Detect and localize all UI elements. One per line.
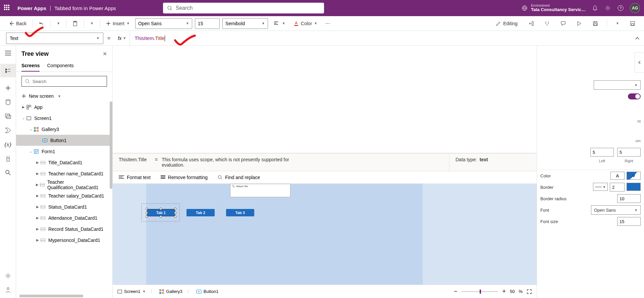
tree-item-app[interactable]: ▶ App xyxy=(16,101,112,113)
breadcrumb-screen[interactable]: Screen1▼ xyxy=(117,289,146,294)
tree-item-screen1[interactable]: ⌄ Screen1 xyxy=(16,113,112,124)
attach-file-field[interactable]: 📎 Attach file xyxy=(230,184,290,197)
save-button[interactable] xyxy=(590,19,601,28)
color-button[interactable]: A Color ▼ xyxy=(291,19,320,28)
undo-button[interactable] xyxy=(36,19,47,28)
paste-dropdown[interactable]: ▼ xyxy=(88,19,96,27)
padding-left-input[interactable] xyxy=(590,148,614,157)
environment-picker[interactable]: Environment Tata Consultancy Servic… xyxy=(522,4,586,12)
tree-search-input[interactable]: Search xyxy=(21,76,107,87)
publish-button[interactable] xyxy=(627,19,638,28)
paste-button[interactable] xyxy=(70,19,80,28)
save-dropdown[interactable]: ▼ xyxy=(613,19,622,27)
tree-view-icon[interactable] xyxy=(0,64,16,77)
tree-scrollbar[interactable] xyxy=(110,101,112,189)
collapse-formula-button[interactable] xyxy=(631,36,644,41)
tree-item-card8[interactable]: ▶Mypersoncol_DataCard1 xyxy=(16,235,112,246)
find-replace-button[interactable]: Find and replace xyxy=(218,175,260,180)
comments-button[interactable] xyxy=(558,19,569,28)
formula-expanded-area[interactable] xyxy=(113,46,537,153)
share-button[interactable] xyxy=(526,19,536,28)
hamburger-icon[interactable] xyxy=(5,50,11,56)
preview-button[interactable] xyxy=(574,19,585,28)
color-label: Color xyxy=(301,21,312,26)
variables-icon[interactable]: (x) xyxy=(5,141,11,148)
align-button[interactable]: ▼ xyxy=(271,19,288,28)
undo-dropdown[interactable]: ▼ xyxy=(54,19,63,27)
tree-item-card2[interactable]: ▶Teacher name_DataCard1 xyxy=(16,168,112,179)
formula-input[interactable]: ThisItem.Title xyxy=(130,31,631,45)
font-weight-dropdown[interactable]: Semibold▼ xyxy=(222,18,268,29)
tree-item-card5[interactable]: ▶Status_DataCard1 xyxy=(16,201,112,212)
more-button[interactable]: ⋯ xyxy=(323,19,333,28)
tab-screens[interactable]: Screens xyxy=(21,60,40,72)
global-search-input[interactable]: Search xyxy=(163,3,324,13)
tab-components[interactable]: Components xyxy=(47,60,73,72)
zoom-out-button[interactable]: − xyxy=(454,288,458,295)
settings-icon[interactable] xyxy=(604,5,611,11)
tree-label: Title_DataCard1 xyxy=(48,160,82,165)
close-tree-icon[interactable]: ✕ xyxy=(103,51,107,57)
property-dropdown[interactable]: Text ▼ xyxy=(6,33,103,44)
breadcrumb-gallery[interactable]: Gallery3 xyxy=(159,289,182,294)
notifications-icon[interactable] xyxy=(592,5,598,11)
zoom-slider[interactable] xyxy=(461,291,498,292)
right-label: Right xyxy=(617,159,641,163)
border-width-input[interactable] xyxy=(610,183,625,191)
tree-item-card4[interactable]: ▶Teacher salary_DataCard1 xyxy=(16,190,112,201)
prop-toggle[interactable] xyxy=(628,93,641,99)
format-text-button[interactable]: Format text xyxy=(119,175,151,180)
search-icon xyxy=(25,79,30,84)
border-color-swatch[interactable] xyxy=(627,183,641,191)
advanced-tools-icon[interactable] xyxy=(5,155,11,162)
tab-button-3[interactable]: Tab 3 xyxy=(226,209,254,216)
insert-button[interactable]: Insert ▼ xyxy=(103,19,132,28)
tree-hscroll[interactable] xyxy=(19,295,83,297)
breadcrumb-button[interactable]: Button1 xyxy=(196,289,219,294)
padding-right-input[interactable] xyxy=(617,148,641,157)
virtual-agent-icon[interactable] xyxy=(5,287,11,293)
app-launcher-icon[interactable] xyxy=(4,5,11,11)
font-size-input[interactable] xyxy=(195,18,220,29)
tab-button-2[interactable]: Tab 2 xyxy=(186,209,215,216)
font-size-prop-input[interactable] xyxy=(617,217,641,226)
tree-item-card1[interactable]: ▶Title_DataCard1 xyxy=(16,157,112,168)
user-avatar[interactable]: AG xyxy=(630,3,640,13)
bc-button-label: Button1 xyxy=(204,289,219,294)
canvas[interactable]: 📎 Attach file Tab 1 Tab 2 Tab 3 xyxy=(113,184,537,285)
prop-dropdown-1[interactable]: ▼ xyxy=(594,80,641,90)
new-screen-button[interactable]: New screen ▼ xyxy=(16,91,112,101)
tree-item-gallery3[interactable]: ⌄ Gallery3 xyxy=(16,124,112,135)
zoom-in-button[interactable]: + xyxy=(502,288,506,295)
media-icon[interactable] xyxy=(5,113,11,120)
tree-label: Attendance_DataCard1 xyxy=(48,215,97,221)
fx-button[interactable]: fx ▼ xyxy=(114,31,130,45)
tree-item-card3[interactable]: ▶Teacher Qualification_DataCard1 xyxy=(16,179,112,190)
fit-screen-button[interactable] xyxy=(527,289,532,294)
remove-formatting-button[interactable]: Remove formatting xyxy=(161,175,208,180)
text-color-swatch[interactable]: A xyxy=(610,172,625,180)
border-style-dropdown[interactable]: ▼ xyxy=(593,183,608,191)
search-rail-icon[interactable] xyxy=(5,169,11,176)
power-automate-icon[interactable] xyxy=(5,127,11,134)
tree-item-button1[interactable]: Button1 xyxy=(16,135,112,146)
svg-rect-30 xyxy=(37,130,39,132)
border-radius-input[interactable] xyxy=(617,194,641,203)
font-family-dropdown[interactable]: Open Sans▼ xyxy=(135,18,192,29)
back-button[interactable]: Back xyxy=(6,19,29,28)
app-checker-button[interactable] xyxy=(542,19,552,28)
font-dropdown[interactable]: Open Sans▼ xyxy=(591,205,641,215)
help-icon[interactable]: ? xyxy=(617,5,624,11)
radius-prop-label: Border radius xyxy=(540,196,567,201)
fill-color-swatch[interactable] xyxy=(627,172,641,180)
editing-mode-button[interactable]: Editing xyxy=(493,19,520,28)
insert-rail-icon[interactable] xyxy=(5,85,11,91)
expand-right-panel-button[interactable] xyxy=(635,52,644,73)
tree-item-card6[interactable]: ▶Attendance_DataCard1 xyxy=(16,212,112,223)
svg-point-21 xyxy=(26,80,29,83)
tree-item-card7[interactable]: ▶Record Status_DataCard1 xyxy=(16,223,112,235)
insert-label: Insert xyxy=(113,21,124,26)
settings-rail-icon[interactable] xyxy=(5,272,11,279)
data-icon[interactable] xyxy=(5,99,11,105)
tree-item-form1[interactable]: ⌄ Form1 xyxy=(16,146,112,157)
